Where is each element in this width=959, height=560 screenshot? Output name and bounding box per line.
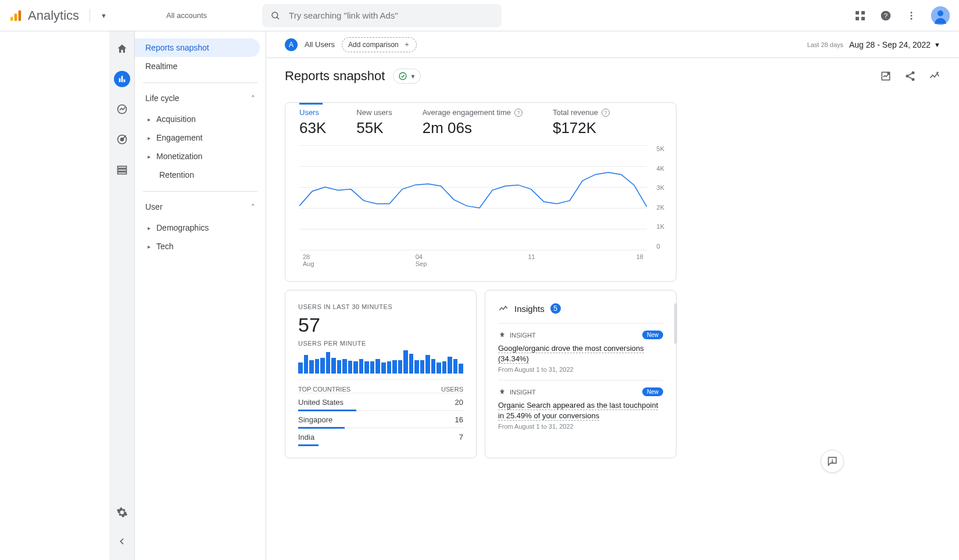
tc-header: TOP COUNTRIES USERS bbox=[298, 379, 463, 393]
segment-badge[interactable]: A bbox=[285, 38, 298, 51]
feedback-fab[interactable] bbox=[821, 450, 844, 473]
nav-monetization[interactable]: ▸Monetization bbox=[135, 147, 266, 166]
svg-rect-25 bbox=[117, 172, 126, 174]
rail-home-icon[interactable] bbox=[114, 41, 130, 57]
header-actions: ? bbox=[854, 6, 950, 25]
chart-xaxis: 28Aug04Sep1118 bbox=[299, 253, 647, 267]
rail-bottom bbox=[114, 504, 130, 550]
metric-avgeng-value: 2m 06s bbox=[423, 119, 523, 137]
insight-item[interactable]: INSIGHTNewGoogle/organic drove the most … bbox=[498, 323, 663, 380]
nav-engagement[interactable]: ▸Engagement bbox=[135, 128, 266, 147]
line-chart-svg bbox=[299, 145, 647, 250]
plus-icon: ＋ bbox=[403, 40, 410, 49]
metric-users-value: 63K bbox=[299, 119, 326, 137]
svg-point-12 bbox=[911, 15, 913, 16]
nav-reports-snapshot[interactable]: Reports snapshot bbox=[135, 38, 260, 57]
user-avatar[interactable] bbox=[931, 6, 950, 25]
caret-right-icon: ▸ bbox=[148, 135, 151, 141]
share-icon[interactable] bbox=[904, 70, 916, 82]
nav-realtime[interactable]: Realtime bbox=[135, 57, 260, 76]
country-row[interactable]: India7 bbox=[298, 428, 463, 445]
rail-advertising-icon[interactable] bbox=[114, 131, 130, 148]
svg-point-34 bbox=[832, 462, 832, 462]
date-range-picker[interactable]: Aug 28 - Sep 24, 2022 ▼ bbox=[849, 40, 940, 49]
search-input[interactable] bbox=[289, 10, 493, 20]
cards-row-2: USERS IN LAST 30 MINUTES 57 USERS PER MI… bbox=[285, 290, 940, 458]
tc-head-left: TOP COUNTRIES bbox=[298, 386, 350, 393]
nav-section-user[interactable]: User ˄ bbox=[135, 195, 266, 218]
svg-rect-24 bbox=[117, 169, 126, 171]
chevron-down-icon: ▼ bbox=[934, 41, 940, 48]
title-actions bbox=[880, 70, 940, 82]
rail-reports-icon[interactable] bbox=[114, 71, 130, 87]
svg-point-26 bbox=[399, 73, 406, 80]
add-comparison-button[interactable]: Add comparison ＋ bbox=[342, 37, 417, 52]
metric-users[interactable]: Users 63K bbox=[299, 108, 326, 137]
rail-explore-icon[interactable] bbox=[114, 101, 130, 117]
svg-rect-8 bbox=[861, 17, 865, 20]
nav-divider-2 bbox=[143, 191, 257, 192]
nav-retention[interactable]: Retention bbox=[135, 166, 266, 184]
realtime-title: USERS IN LAST 30 MINUTES bbox=[298, 303, 463, 310]
help-icon: ? bbox=[602, 109, 610, 117]
realtime-card: USERS IN LAST 30 MINUTES 57 USERS PER MI… bbox=[285, 290, 477, 458]
svg-point-15 bbox=[937, 10, 943, 16]
svg-rect-7 bbox=[856, 17, 859, 20]
metric-avgeng[interactable]: Average engagement time? 2m 06s bbox=[423, 108, 523, 137]
search-icon bbox=[270, 10, 281, 21]
nav-section-user-label: User bbox=[145, 202, 163, 211]
users-line-chart: 5K4K3K2K1K0 28Aug04Sep1118 bbox=[299, 145, 664, 267]
rail-collapse-icon[interactable] bbox=[114, 533, 130, 550]
rail-admin-gear-icon[interactable] bbox=[114, 504, 130, 520]
realtime-subtitle: USERS PER MINUTE bbox=[298, 340, 463, 347]
report-topbar: A All Users Add comparison ＋ Last 28 day… bbox=[266, 31, 959, 58]
nav-tech[interactable]: ▸Tech bbox=[135, 237, 266, 256]
rail-configure-icon[interactable] bbox=[114, 161, 130, 178]
topbar-right: Last 28 days Aug 28 - Sep 24, 2022 ▼ bbox=[807, 40, 940, 49]
help-icon[interactable]: ? bbox=[880, 10, 892, 21]
realtime-value: 57 bbox=[298, 314, 463, 336]
metric-avgeng-label: Average engagement time? bbox=[423, 108, 523, 117]
metric-revenue[interactable]: Total revenue? $172K bbox=[553, 108, 610, 137]
search-bar[interactable] bbox=[262, 4, 502, 27]
more-vert-icon[interactable] bbox=[906, 10, 917, 21]
caret-right-icon: ▸ bbox=[148, 116, 151, 123]
chevron-up-icon: ˄ bbox=[251, 203, 255, 211]
insights-count-badge: 5 bbox=[550, 303, 561, 314]
title-row: Reports snapshot ▼ bbox=[266, 58, 959, 94]
insight-item[interactable]: INSIGHTNewOrganic Search appeared as the… bbox=[498, 380, 663, 437]
app-body: Reports snapshot Realtime Life cycle ˄ ▸… bbox=[0, 31, 959, 560]
metric-newusers[interactable]: New users 55K bbox=[356, 108, 392, 137]
nav-acquisition[interactable]: ▸Acquisition bbox=[135, 110, 266, 128]
svg-rect-5 bbox=[856, 11, 859, 15]
country-row[interactable]: United States20 bbox=[298, 393, 463, 410]
metric-revenue-value: $172K bbox=[553, 119, 610, 137]
apps-grid-icon[interactable] bbox=[854, 10, 866, 21]
customize-report-icon[interactable] bbox=[880, 70, 892, 82]
svg-point-30 bbox=[912, 78, 915, 81]
segment-label[interactable]: All Users bbox=[305, 40, 335, 49]
app-name: Analytics bbox=[28, 8, 79, 23]
svg-point-28 bbox=[906, 75, 909, 78]
country-row[interactable]: Singapore16 bbox=[298, 410, 463, 428]
property-dropdown-icon[interactable]: ▼ bbox=[101, 12, 107, 19]
all-accounts-link[interactable]: All accounts bbox=[166, 11, 207, 20]
insights-spark-icon[interactable] bbox=[929, 70, 940, 82]
top-countries-list: United States20Singapore16India7 bbox=[298, 393, 463, 445]
help-icon: ? bbox=[514, 109, 523, 117]
status-pill[interactable]: ▼ bbox=[393, 69, 421, 84]
scrollbar-thumb[interactable] bbox=[674, 303, 677, 344]
nav-demographics[interactable]: ▸Demographics bbox=[135, 218, 266, 237]
metric-newusers-value: 55K bbox=[356, 119, 392, 137]
svg-rect-16 bbox=[119, 78, 120, 82]
chart-yaxis: 5K4K3K2K1K0 bbox=[657, 145, 664, 250]
insights-header: Insights 5 bbox=[498, 303, 663, 314]
page-title: Reports snapshot bbox=[285, 69, 385, 84]
caret-right-icon: ▸ bbox=[148, 153, 151, 160]
add-comparison-label: Add comparison bbox=[348, 41, 399, 49]
insights-card: Insights 5 INSIGHTNewGoogle/organic drov… bbox=[485, 290, 677, 458]
svg-point-11 bbox=[911, 12, 913, 13]
nav-section-lifecycle[interactable]: Life cycle ˄ bbox=[135, 87, 266, 110]
svg-point-29 bbox=[912, 71, 915, 74]
realtime-bar-chart bbox=[298, 349, 463, 374]
